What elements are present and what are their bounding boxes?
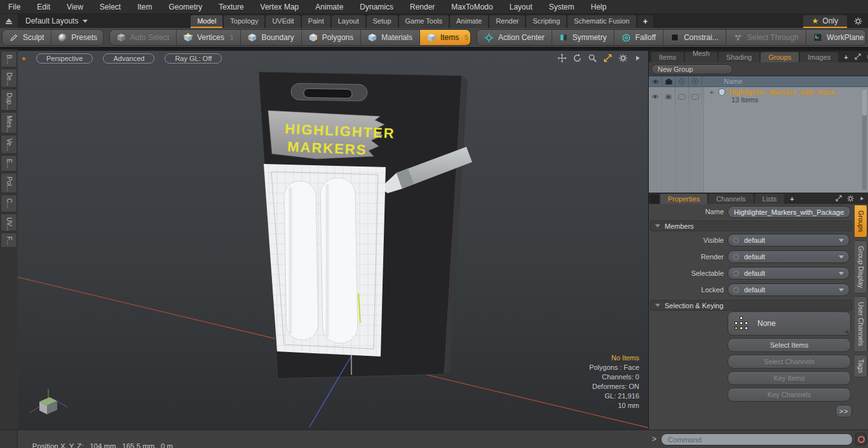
boundary-mode-button[interactable]: Boundary xyxy=(241,30,301,45)
visibility-column-header[interactable] xyxy=(649,76,662,86)
vertices-mode-button[interactable]: Vertices 1 xyxy=(177,30,241,45)
workplane-button[interactable]: WorkPlane xyxy=(806,30,866,45)
add-panel-tab-button[interactable]: + xyxy=(839,52,852,62)
tab-shading[interactable]: Shading xyxy=(719,52,759,62)
left-tab-mes[interactable]: Mes... xyxy=(1,112,17,133)
side-tab-tags[interactable]: Tags xyxy=(855,355,867,377)
tab-groups[interactable]: Groups xyxy=(761,52,799,62)
select-through-button[interactable]: Select Through xyxy=(726,30,806,45)
left-tab-de[interactable]: De... xyxy=(1,69,17,88)
raygl-button[interactable]: Ray GL: Off xyxy=(165,53,222,64)
menu-select[interactable]: Select xyxy=(92,3,129,11)
camera-mode-button[interactable]: Perspective xyxy=(36,53,93,64)
visible-dropdown[interactable]: default xyxy=(728,234,850,247)
menu-maxtomodo[interactable]: MaxToModo xyxy=(443,3,501,11)
left-tab-f[interactable]: F... xyxy=(1,233,17,248)
command-input[interactable] xyxy=(661,433,853,445)
tab-items[interactable]: Items xyxy=(651,52,684,62)
keying-mode-dropdown[interactable]: None xyxy=(728,311,851,336)
zoom-icon[interactable] xyxy=(588,53,597,63)
panel-menu-icon[interactable] xyxy=(858,195,865,202)
menu-render[interactable]: Render xyxy=(402,3,443,11)
symmetry-button[interactable]: Symmetry xyxy=(552,30,614,45)
selectable-dropdown[interactable]: default xyxy=(728,267,850,280)
layout-settings-button[interactable] xyxy=(853,14,863,28)
layout-tab-paint[interactable]: Paint xyxy=(302,15,330,28)
auto-select-button[interactable]: Auto Select xyxy=(110,30,177,45)
side-tab-user-channels[interactable]: User Channels xyxy=(855,296,867,352)
menu-animate[interactable]: Animate xyxy=(307,3,351,11)
tab-lists[interactable]: Lists xyxy=(755,194,785,204)
viewport-3d[interactable]: HIGHLIGHTER MARKERS xyxy=(18,51,648,430)
side-tab-groups[interactable]: Groups xyxy=(855,205,867,238)
toggle-column-header-2[interactable] xyxy=(689,76,702,86)
row-toggle-2[interactable] xyxy=(689,87,702,106)
menu-help[interactable]: Help xyxy=(583,3,615,11)
render-dropdown[interactable]: default xyxy=(728,250,850,263)
toggle-column-header-1[interactable] xyxy=(675,76,689,86)
select-items-button[interactable]: Select Items xyxy=(728,338,851,352)
layout-selector-dropdown[interactable]: Default Layouts xyxy=(18,14,95,28)
raise-layout-icon[interactable] xyxy=(0,14,18,28)
action-center-button[interactable]: Action Center xyxy=(477,30,552,45)
row-visible-toggle[interactable] xyxy=(649,87,662,106)
new-group-button[interactable]: New Group xyxy=(651,64,733,74)
group-list-scrollbar[interactable] xyxy=(862,88,867,190)
viewport-settings-icon[interactable] xyxy=(618,53,628,63)
menu-geometry[interactable]: Geometry xyxy=(161,3,211,11)
sculpt-button[interactable]: Sculpt xyxy=(3,30,51,45)
left-tab-pol[interactable]: Pol... xyxy=(1,173,17,193)
left-tab-ve[interactable]: Ve... xyxy=(1,135,17,154)
panel-settings-icon[interactable] xyxy=(846,194,855,203)
menu-layout[interactable]: Layout xyxy=(501,3,541,11)
pan-icon[interactable] xyxy=(557,53,567,63)
menu-dynamics[interactable]: Dynamics xyxy=(351,3,402,11)
left-tab-e[interactable]: E... xyxy=(1,155,17,172)
layout-tab-uvedit[interactable]: UVEdit xyxy=(266,15,300,28)
maximize-icon[interactable] xyxy=(603,53,613,63)
falloff-button[interactable]: Falloff xyxy=(614,30,663,45)
key-channels-button[interactable]: Key Channels xyxy=(728,388,851,402)
menu-item[interactable]: Item xyxy=(129,3,160,11)
presets-button[interactable]: Presets xyxy=(51,30,104,45)
key-items-button[interactable]: Key Items xyxy=(728,371,851,385)
shading-mode-button[interactable]: Advanced xyxy=(103,53,154,64)
side-tab-group-display[interactable]: Group Display xyxy=(855,240,867,294)
group-name[interactable]: Highlighter_Markers_with_Pack… xyxy=(729,88,841,96)
layout-tab-schematic-fusion[interactable]: Schematic Fusion xyxy=(567,15,635,28)
layout-tab-layout[interactable]: Layout xyxy=(332,15,365,28)
polygons-mode-button[interactable]: Polygons xyxy=(302,30,361,45)
layout-tab-setup[interactable]: Setup xyxy=(367,15,398,28)
menu-file[interactable]: File xyxy=(0,3,29,11)
group-row[interactable]: + Highlighter_Markers_with_Pack… 13 Item… xyxy=(649,87,868,106)
add-properties-tab-button[interactable]: + xyxy=(785,194,798,204)
menu-vertex-map[interactable]: Vertex Map xyxy=(252,3,308,11)
expand-panel-button[interactable]: >> xyxy=(836,405,852,417)
layout-tab-render[interactable]: Render xyxy=(489,15,525,28)
panel-menu-icon[interactable] xyxy=(865,53,868,60)
menu-edit[interactable]: Edit xyxy=(29,3,58,11)
panel-expand-icon[interactable] xyxy=(835,194,843,202)
select-channels-button[interactable]: Select Channels xyxy=(728,355,851,369)
layout-tab-game-tools[interactable]: Game Tools xyxy=(399,15,449,28)
menu-system[interactable]: System xyxy=(541,3,583,11)
menu-view[interactable]: View xyxy=(58,3,92,11)
locked-dropdown[interactable]: default xyxy=(728,283,850,296)
panel-corner-icon[interactable] xyxy=(650,194,659,203)
menu-texture[interactable]: Texture xyxy=(210,3,252,11)
row-render-toggle[interactable] xyxy=(662,87,675,106)
selection-keying-section-header[interactable]: Selection & Keying xyxy=(650,300,852,311)
materials-mode-button[interactable]: Materials xyxy=(361,30,420,45)
items-mode-button[interactable]: Items 5 xyxy=(420,30,471,45)
tab-properties[interactable]: Properties xyxy=(660,194,707,204)
render-column-header[interactable] xyxy=(662,76,675,86)
tab-mesh[interactable]: Mesh ... xyxy=(685,52,717,62)
row-toggle-1[interactable] xyxy=(675,87,689,106)
left-tab-dup[interactable]: Dup... xyxy=(1,89,17,111)
layout-tab-animate[interactable]: Animate xyxy=(450,15,488,28)
add-layout-tab-button[interactable]: + xyxy=(637,15,654,28)
expand-row-icon[interactable]: + xyxy=(709,88,715,96)
layout-tab-model[interactable]: Model xyxy=(191,15,222,28)
group-list[interactable]: + Highlighter_Markers_with_Pack… 13 Item… xyxy=(649,87,868,193)
constraints-button[interactable]: Constrai... xyxy=(663,30,726,45)
